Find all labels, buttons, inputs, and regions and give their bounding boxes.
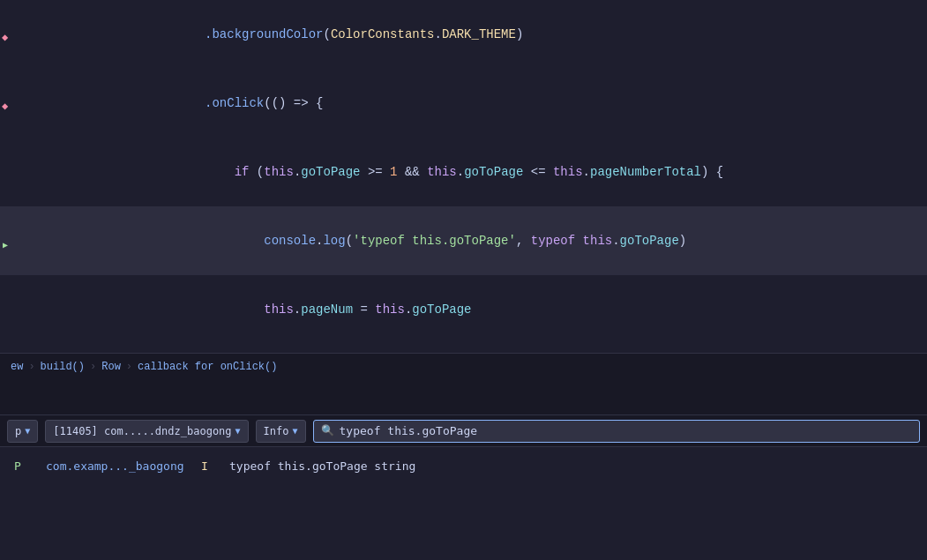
code-line: if (this.goToPage >= 1 && this.goToPage … bbox=[0, 138, 927, 206]
log-output: P com.examp..._baogong I typeof this.goT… bbox=[0, 447, 927, 485]
code-line: this.pageNum = this.goToPage bbox=[0, 275, 927, 344]
breadcrumb-item: build() bbox=[41, 361, 85, 373]
breakpoint-diamond bbox=[4, 28, 16, 41]
code-content: .backgroundColor(ColorConstants.DARK_THE… bbox=[53, 0, 927, 69]
chevron-down-icon: ▼ bbox=[235, 426, 241, 436]
gap-area bbox=[0, 379, 927, 414]
log-package: com.examp..._baogong bbox=[46, 459, 187, 473]
log-level-label: Info bbox=[264, 425, 289, 437]
breadcrumb-sep: › bbox=[28, 361, 34, 373]
search-box: 🔍 bbox=[313, 420, 920, 443]
process-label: p bbox=[15, 425, 21, 437]
code-lines: .backgroundColor(ColorConstants.DARK_THE… bbox=[0, 0, 927, 353]
code-content: if (this.goToPage >= 1 && this.goToPage … bbox=[53, 138, 927, 206]
code-content: this.pageNum = this.goToPage bbox=[53, 275, 927, 344]
chevron-down-icon: ▼ bbox=[293, 426, 298, 436]
pid-dropdown[interactable]: [11405] com.....dndz_baogong ▼ bbox=[45, 420, 248, 443]
breadcrumb-item: Row bbox=[101, 361, 121, 373]
chevron-down-icon: ▼ bbox=[25, 426, 30, 436]
code-editor: .backgroundColor(ColorConstants.DARK_THE… bbox=[0, 0, 927, 353]
search-icon: 🔍 bbox=[321, 424, 334, 437]
code-line: } else { bbox=[0, 344, 927, 353]
pid-label: [11405] com.....dndz_baogong bbox=[53, 425, 231, 437]
process-dropdown[interactable]: p ▼ bbox=[7, 420, 38, 443]
code-content: console.log('typeof this.goToPage', type… bbox=[53, 206, 927, 275]
log-tag: P bbox=[14, 459, 32, 473]
breadcrumb-sep: › bbox=[90, 361, 96, 373]
log-level: I bbox=[201, 459, 215, 473]
bottom-toolbar: p ▼ [11405] com.....dndz_baogong ▼ Info … bbox=[0, 415, 927, 447]
log-level-dropdown[interactable]: Info ▼ bbox=[256, 420, 306, 443]
breakpoint-diamond bbox=[4, 97, 16, 109]
bottom-panel: p ▼ [11405] com.....dndz_baogong ▼ Info … bbox=[0, 414, 927, 485]
breakpoint-arrow bbox=[4, 235, 14, 246]
code-content: } else { bbox=[53, 344, 927, 353]
code-line: .onClick(() => { bbox=[0, 69, 927, 138]
log-message: typeof this.goToPage string bbox=[229, 459, 415, 473]
log-row: P com.examp..._baogong I typeof this.goT… bbox=[14, 454, 913, 478]
breadcrumb-bar: ew › build() › Row › callback for onClic… bbox=[0, 353, 927, 379]
breadcrumb-item: ew bbox=[11, 361, 23, 373]
code-line-highlighted: console.log('typeof this.goToPage', type… bbox=[0, 206, 927, 275]
code-content: .onClick(() => { bbox=[53, 69, 927, 138]
search-input[interactable] bbox=[340, 424, 912, 437]
breadcrumb-sep: › bbox=[126, 361, 132, 373]
breadcrumb-item: callback for onClick() bbox=[138, 361, 277, 373]
code-line: .backgroundColor(ColorConstants.DARK_THE… bbox=[0, 0, 927, 69]
